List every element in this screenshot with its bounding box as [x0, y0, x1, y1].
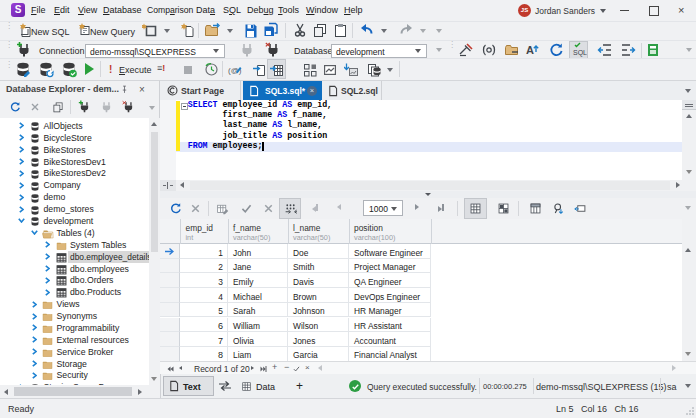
svg-text:A: A [526, 44, 534, 56]
svg-text:(@): (@) [228, 66, 242, 75]
svg-text:SQL: SQL [573, 49, 587, 57]
